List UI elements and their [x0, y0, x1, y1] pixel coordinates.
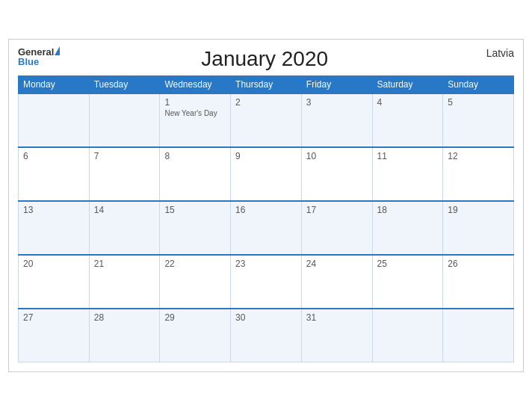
day-number: 13	[23, 205, 84, 215]
calendar-week-row: 1New Year's Day2345	[19, 93, 514, 147]
header-wednesday: Wednesday	[160, 75, 231, 93]
calendar-cell: 3	[301, 93, 372, 147]
day-number: 19	[448, 205, 509, 215]
header-tuesday: Tuesday	[89, 75, 160, 93]
calendar-cell	[19, 93, 90, 147]
day-number: 20	[23, 259, 84, 269]
logo: General Blue	[18, 47, 60, 67]
day-number: 10	[306, 151, 368, 161]
calendar-cell: 26	[443, 255, 514, 309]
calendar-cell: 9	[231, 147, 302, 201]
calendar-cell: 12	[443, 147, 514, 201]
calendar-table: Monday Tuesday Wednesday Thursday Friday…	[18, 75, 514, 363]
day-number: 28	[94, 312, 155, 323]
calendar: General Blue January 2020 Latvia Monday …	[8, 39, 524, 373]
calendar-cell: 14	[89, 201, 160, 255]
day-number: 26	[448, 259, 509, 269]
header-saturday: Saturday	[372, 75, 443, 93]
day-number: 11	[377, 151, 439, 161]
calendar-cell: 4	[372, 93, 443, 147]
calendar-cell: 10	[301, 147, 372, 201]
logo-blue: Blue	[18, 57, 39, 67]
logo-general: General	[18, 47, 54, 57]
day-number: 6	[23, 151, 84, 161]
header-friday: Friday	[301, 75, 372, 93]
day-number: 5	[448, 97, 509, 108]
day-number: 27	[23, 312, 84, 323]
calendar-cell: 7	[89, 147, 160, 201]
calendar-cell: 22	[160, 255, 231, 309]
logo-triangle-icon	[55, 46, 60, 55]
header-thursday: Thursday	[231, 75, 302, 93]
calendar-cell: 28	[89, 309, 160, 362]
calendar-title: January 2020	[60, 47, 469, 71]
calendar-cell: 20	[19, 255, 90, 309]
calendar-cell: 29	[160, 309, 231, 362]
day-number: 16	[235, 205, 297, 215]
calendar-cell	[443, 309, 514, 362]
header-monday: Monday	[19, 75, 90, 93]
day-number: 25	[377, 259, 439, 269]
calendar-cell: 21	[89, 255, 160, 309]
calendar-cell: 1New Year's Day	[160, 93, 231, 147]
day-number: 23	[235, 259, 297, 269]
calendar-cell: 13	[19, 201, 90, 255]
day-number: 7	[94, 151, 155, 161]
calendar-cell: 11	[372, 147, 443, 201]
calendar-cell: 31	[301, 309, 372, 362]
day-number: 12	[448, 151, 509, 161]
calendar-cell: 16	[231, 201, 302, 255]
calendar-cell: 24	[301, 255, 372, 309]
day-number: 21	[94, 259, 155, 269]
day-number: 29	[164, 312, 226, 323]
calendar-cell	[372, 309, 443, 362]
calendar-cell: 19	[443, 201, 514, 255]
calendar-cell: 5	[443, 93, 514, 147]
day-number: 18	[377, 205, 439, 215]
day-number: 2	[235, 97, 297, 108]
calendar-cell	[89, 93, 160, 147]
day-number: 31	[306, 312, 368, 323]
calendar-cell: 17	[301, 201, 372, 255]
weekday-header-row: Monday Tuesday Wednesday Thursday Friday…	[19, 75, 514, 93]
day-number: 1	[164, 97, 226, 108]
day-number: 9	[235, 151, 297, 161]
calendar-cell: 18	[372, 201, 443, 255]
country-label: Latvia	[469, 47, 514, 59]
calendar-cell: 27	[19, 309, 90, 362]
calendar-cell: 30	[231, 309, 302, 362]
day-number: 3	[306, 97, 368, 108]
calendar-header: General Blue January 2020 Latvia	[18, 47, 514, 71]
day-number: 24	[306, 259, 368, 269]
calendar-week-row: 6789101112	[19, 147, 514, 201]
day-number: 17	[306, 205, 368, 215]
day-number: 8	[164, 151, 226, 161]
calendar-cell: 6	[19, 147, 90, 201]
day-number: 30	[235, 312, 297, 323]
holiday-label: New Year's Day	[164, 109, 226, 117]
calendar-cell: 2	[231, 93, 302, 147]
calendar-week-row: 2728293031	[19, 309, 514, 362]
calendar-cell: 25	[372, 255, 443, 309]
day-number: 14	[94, 205, 155, 215]
calendar-cell: 8	[160, 147, 231, 201]
header-sunday: Sunday	[443, 75, 514, 93]
day-number: 4	[377, 97, 439, 108]
day-number: 22	[164, 259, 226, 269]
calendar-week-row: 13141516171819	[19, 201, 514, 255]
calendar-week-row: 20212223242526	[19, 255, 514, 309]
calendar-cell: 23	[231, 255, 302, 309]
calendar-cell: 15	[160, 201, 231, 255]
day-number: 15	[164, 205, 226, 215]
